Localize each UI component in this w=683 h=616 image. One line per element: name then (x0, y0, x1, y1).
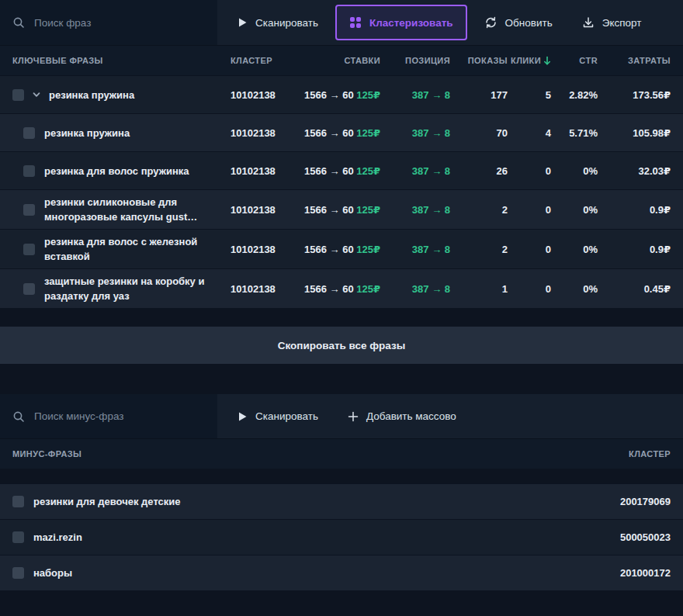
impressions-value: 2 (458, 204, 514, 216)
impressions-value: 1 (458, 283, 514, 295)
row-checkbox[interactable] (23, 283, 35, 295)
clusterize-button[interactable]: Кластеризовать (335, 5, 467, 40)
column-header[interactable]: CTR (557, 56, 607, 65)
play-icon (237, 17, 248, 28)
minus-toolbar-buttons: СканироватьДобавить массово (217, 399, 469, 434)
phrase-text: резинка пружина (49, 88, 134, 102)
clicks-value: 0 (514, 165, 557, 177)
scan-button[interactable]: Сканировать (225, 5, 331, 40)
phrase-row: резинка пружина101021381566 → 60 125₽387… (0, 75, 683, 113)
sort-desc-icon (543, 56, 551, 66)
position-change: 387 → 8 (391, 89, 458, 101)
minus-phrase-text: mazi.rezin (33, 531, 82, 543)
cluster-value: 500050023 (620, 531, 683, 543)
column-header[interactable]: КЛАСТЕР (629, 449, 683, 459)
ctr-value: 0% (557, 204, 607, 216)
copy-all-phrases-label: Скопировать все фразы (278, 340, 406, 351)
minus-phrase-row: резинки для девочек детские200179069 (0, 483, 683, 519)
bid-price: 125₽ (356, 204, 380, 216)
bid-cell: 1566 → 60 125₽ (286, 89, 391, 101)
row-checkbox[interactable] (23, 244, 35, 255)
column-header-label: ЗАТРАТЫ (628, 56, 671, 65)
minus-search[interactable] (0, 394, 217, 438)
grid-icon (349, 16, 362, 29)
column-header[interactable]: ЗАТРАТЫ (607, 56, 683, 65)
position-change: 387 → 8 (391, 165, 458, 177)
row-checkbox[interactable] (12, 531, 24, 543)
minus-phrase-cell: резинки для девочек детские (0, 496, 620, 507)
phrases-search-input[interactable] (33, 16, 205, 29)
clicks-value: 0 (514, 244, 557, 255)
row-checkbox[interactable] (23, 127, 35, 139)
column-header[interactable]: ПОЗИЦИЯ (391, 56, 458, 65)
cost-value: 0.9₽ (607, 244, 683, 255)
column-header-label: CTR (579, 56, 598, 65)
button-label: Сканировать (255, 410, 318, 422)
cluster-value: 10102138 (217, 165, 286, 177)
phrases-table-header: КЛЮЧЕВЫЕ ФРАЗЫКЛАСТЕРСТАВКИПОЗИЦИЯПОКАЗЫ… (0, 46, 683, 75)
export-button[interactable]: Экспорт (570, 5, 654, 40)
refresh-icon (484, 16, 498, 29)
ctr-value: 0% (557, 165, 607, 177)
phrase-cell: резинка для волос пружинка (0, 164, 217, 178)
phrase-cell: защитные резинки на коробку и раздатку д… (0, 274, 217, 303)
chevron-down-icon (32, 90, 41, 99)
phrase-row: резинка для волос с железной вставкой101… (0, 229, 683, 268)
phrase-text: резинка пружина (44, 126, 130, 140)
clicks-value: 5 (514, 89, 557, 101)
ctr-value: 0% (557, 244, 607, 255)
button-label: Кластеризовать (369, 17, 453, 29)
add-bulk-button[interactable]: Добавить массово (335, 399, 469, 434)
minus-phrase-cell: наборы (0, 567, 620, 579)
column-header[interactable]: ПОКАЗЫ (458, 56, 514, 65)
column-header[interactable]: КЛИКИ (514, 56, 557, 66)
impressions-value: 2 (458, 244, 514, 255)
row-checkbox[interactable] (23, 204, 35, 216)
phrases-search[interactable] (0, 0, 217, 45)
column-header[interactable]: СТАВКИ (286, 56, 391, 65)
minus-phrase-row: наборы201000172 (0, 555, 683, 590)
row-checkbox[interactable] (12, 567, 24, 579)
impressions-value: 177 (458, 89, 514, 101)
clicks-value: 0 (514, 204, 557, 216)
bid-price: 125₽ (356, 283, 380, 295)
ctr-value: 5.71% (557, 127, 607, 139)
bid-price: 125₽ (356, 165, 380, 177)
phrase-row: резинка для волос пружинка101021381566 →… (0, 151, 683, 189)
ctr-value: 2.82% (557, 89, 607, 101)
phrases-toolbar: СканироватьКластеризоватьОбновитьЭкспорт (0, 0, 683, 46)
minus-phrase-cell: mazi.rezin (0, 531, 620, 543)
bid-price: 125₽ (356, 127, 380, 139)
phrase-cell: резинки силиконовые для многоразовые кап… (0, 195, 217, 224)
position-change: 387 → 8 (391, 244, 458, 255)
position-change: 387 → 8 (391, 204, 458, 216)
plus-icon (348, 411, 359, 422)
bid-change: 1566 → 60 (304, 244, 356, 255)
column-header-label: СТАВКИ (344, 56, 380, 65)
minus-phrase-row: mazi.rezin500050023 (0, 519, 683, 555)
minus-search-input[interactable] (33, 410, 205, 423)
minus-phrase-text: наборы (33, 567, 72, 579)
column-header[interactable]: КЛЮЧЕВЫЕ ФРАЗЫ (0, 56, 217, 65)
column-header[interactable]: КЛАСТЕР (217, 56, 286, 65)
row-checkbox[interactable] (12, 496, 24, 507)
bid-cell: 1566 → 60 125₽ (286, 165, 391, 177)
phrase-cell: резинка для волос с железной вставкой (0, 234, 217, 264)
row-checkbox[interactable] (12, 89, 24, 101)
minus-phrases-panel: СканироватьДобавить массово МИНУС-ФРАЗЫК… (0, 394, 683, 590)
row-checkbox[interactable] (23, 165, 35, 177)
phrases-toolbar-buttons: СканироватьКластеризоватьОбновитьЭкспорт (217, 5, 654, 40)
bid-change: 1566 → 60 (304, 127, 356, 139)
cluster-value: 201000172 (620, 567, 683, 579)
bid-cell: 1566 → 60 125₽ (286, 127, 391, 139)
play-icon (237, 411, 248, 422)
phrases-table-body: резинка пружина101021381566 → 60 125₽387… (0, 75, 683, 308)
copy-all-phrases-button[interactable]: Скопировать все фразы (0, 327, 683, 364)
bid-change: 1566 → 60 (304, 283, 356, 295)
search-icon (12, 16, 25, 29)
scan-minus-button[interactable]: Сканировать (225, 399, 331, 434)
phrase-cell: резинка пружина (0, 88, 217, 102)
column-header[interactable]: МИНУС-ФРАЗЫ (0, 449, 629, 459)
refresh-button[interactable]: Обновить (472, 5, 565, 40)
phrase-row: резинка пружина101021381566 → 60 125₽387… (0, 113, 683, 151)
